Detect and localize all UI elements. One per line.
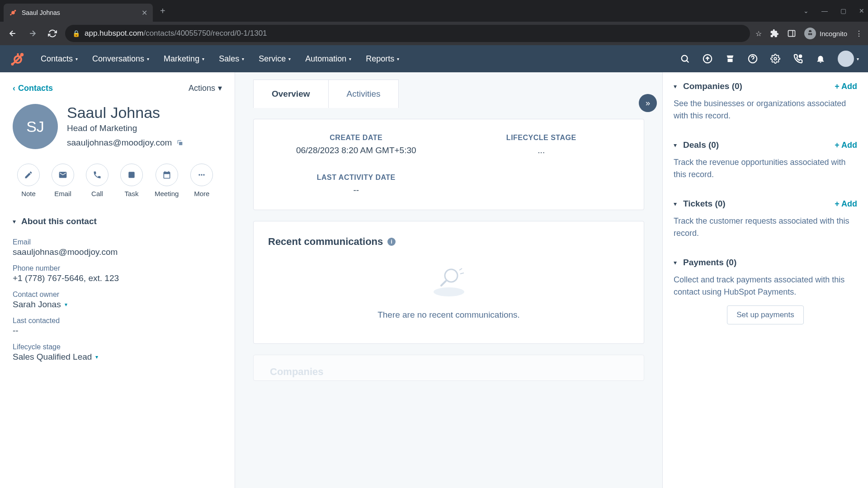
field-lifecycle[interactable]: Lifecycle stage Sales Qualified Lead▾ [0,339,235,366]
recent-communications-title: Recent communications [268,236,383,248]
email-button[interactable]: Email [52,164,74,197]
forward-button[interactable] [25,26,40,41]
account-menu[interactable]: ▾ [838,51,859,67]
incognito-badge[interactable]: Incognito [804,28,847,39]
nav-reports[interactable]: Reports▾ [359,54,406,64]
empty-text: There are no recent communications. [277,310,620,320]
info-icon[interactable]: i [387,238,396,246]
svg-point-17 [774,57,777,60]
add-ticket-button[interactable]: + Add [835,199,857,209]
nav-marketing[interactable]: Marketing▾ [157,54,211,64]
about-section-header[interactable]: ▾ About this contact [0,208,235,235]
meeting-button[interactable]: Meeting [155,164,179,197]
chevron-down-icon: ▾ [397,56,399,61]
chevron-down-icon: ▾ [202,56,204,61]
tab-dropdown-icon[interactable]: ⌄ [803,7,809,14]
tab-title: Saaul Johnas [22,9,137,16]
add-company-button[interactable]: + Add [835,82,857,91]
nav-automation[interactable]: Automation▾ [299,54,358,64]
center-panel: Overview Activities » CREATE DATE 06/28/… [235,72,662,488]
create-date-value: 06/28/2023 8:20 AM GMT+5:30 [268,145,444,155]
info-card: CREATE DATE 06/28/2023 8:20 AM GMT+5:30 … [253,119,644,210]
nav-conversations[interactable]: Conversations▾ [86,54,156,64]
svg-line-27 [459,268,462,270]
address-bar[interactable]: 🔒 app.hubspot.com/contacts/40055750/reco… [65,25,750,42]
svg-rect-19 [179,142,182,145]
chevron-down-icon: ▾ [218,83,222,93]
contact-email: saauljohnas@moodjoy.com [67,138,172,148]
upgrade-icon[interactable] [702,53,713,64]
back-to-contacts-link[interactable]: ‹ Contacts [13,84,53,93]
tab-activities[interactable]: Activities [329,80,399,108]
contact-avatar: SJ [13,104,58,149]
svg-point-11 [11,63,14,66]
tab-close-icon[interactable]: ✕ [142,9,147,17]
side-panel-icon[interactable] [787,29,796,38]
svg-point-18 [799,55,802,58]
field-last-contacted[interactable]: Last contacted -- [0,313,235,339]
menu-icon[interactable]: ⋮ [855,29,863,38]
minimize-icon[interactable]: — [821,7,828,14]
new-tab-button[interactable]: + [160,6,165,16]
svg-point-23 [203,174,205,175]
lock-icon: 🔒 [72,30,80,37]
chevron-down-icon: ▾ [147,56,149,61]
recent-communications-card: Recent communications i There are no rec… [253,221,644,344]
phone-icon[interactable] [793,53,803,64]
add-deal-button[interactable]: + Add [835,141,857,150]
help-icon[interactable] [747,53,758,64]
hubspot-header: Contacts▾ Conversations▾ Marketing▾ Sale… [0,45,868,72]
expand-panel-button[interactable]: » [639,94,657,112]
task-button[interactable]: Task [120,164,143,197]
svg-rect-20 [128,172,134,178]
lifecycle-stage-label: LIFECYCLE STAGE [453,134,630,142]
browser-tab[interactable]: Saaul Johnas ✕ [4,4,153,22]
window-controls: ⌄ — ▢ ✕ [803,7,864,14]
maximize-icon[interactable]: ▢ [840,7,846,14]
companies-toggle[interactable]: ▾ Companies (0) [674,81,742,91]
notifications-icon[interactable] [815,53,826,64]
note-button[interactable]: Note [17,164,40,197]
field-owner[interactable]: Contact owner Sarah Jonas▾ [0,287,235,313]
lifecycle-stage-value: ... [453,145,630,155]
close-window-icon[interactable]: ✕ [859,7,864,14]
copy-icon[interactable] [176,139,184,146]
svg-point-22 [201,174,203,175]
svg-point-25 [445,269,458,282]
setup-payments-button[interactable]: Set up payments [727,305,804,324]
payments-section: ▾ Payments (0) Collect and track payment… [663,249,868,333]
chevron-down-icon: ▾ [288,56,291,61]
deals-toggle[interactable]: ▾ Deals (0) [674,140,719,150]
nav-contacts[interactable]: Contacts▾ [34,54,84,64]
tickets-section: ▾ Tickets (0) + Add Track the customer r… [663,190,868,249]
call-button[interactable]: Call [86,164,108,197]
incognito-icon [804,28,816,39]
settings-icon[interactable] [770,53,781,64]
more-button[interactable]: More [190,164,213,197]
reload-button[interactable] [45,26,60,41]
chevron-left-icon: ‹ [13,84,15,93]
field-email[interactable]: Email saauljohnas@moodjoy.com [0,235,235,261]
marketplace-icon[interactable] [725,53,736,64]
browser-toolbar: 🔒 app.hubspot.com/contacts/40055750/reco… [0,22,868,45]
chevron-down-icon: ▾ [674,83,677,90]
tab-overview[interactable]: Overview [254,80,329,108]
svg-point-21 [199,174,200,175]
star-icon[interactable]: ☆ [755,29,762,38]
back-button[interactable] [5,26,20,41]
svg-rect-5 [788,30,795,36]
hubspot-logo-icon[interactable] [9,51,25,67]
field-phone[interactable]: Phone number +1 (778) 767-5646, ext. 123 [0,261,235,287]
left-panel: ‹ Contacts Actions ▾ SJ Saaul Johnas Hea… [0,72,235,488]
extensions-icon[interactable] [770,29,779,38]
actions-dropdown[interactable]: Actions ▾ [189,83,222,93]
svg-point-4 [10,14,11,15]
search-icon[interactable] [679,53,690,64]
contact-job-title: Head of Marketing [67,123,184,133]
payments-toggle[interactable]: ▾ Payments (0) [674,258,736,267]
tickets-toggle[interactable]: ▾ Tickets (0) [674,199,726,209]
svg-line-26 [441,281,446,286]
url-text: app.hubspot.com/contacts/40055750/record… [85,29,267,38]
nav-service[interactable]: Service▾ [252,54,297,64]
nav-sales[interactable]: Sales▾ [212,54,250,64]
